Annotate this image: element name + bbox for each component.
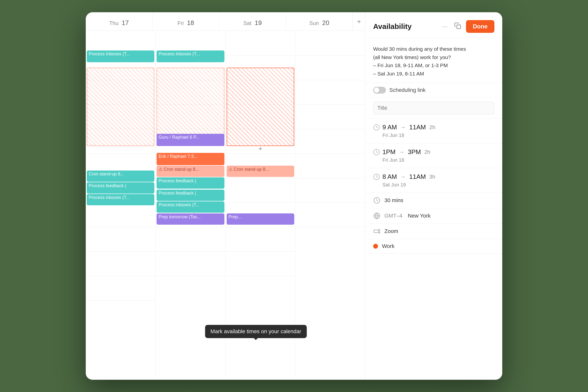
svg-rect-7: [374, 230, 378, 233]
event-process-inboxes-fri2[interactable]: Process inboxes (T...: [156, 202, 224, 213]
duration-icon: [373, 197, 380, 204]
slot-1-arrow: →: [400, 124, 406, 130]
event-cron-standup-fri[interactable]: ⚠ Cron stand-up 8...: [156, 166, 224, 177]
event-prep-sat[interactable]: Prep...: [226, 214, 294, 225]
svg-marker-8: [378, 229, 380, 233]
day-name-fri: Fri: [178, 20, 184, 26]
slot-3-date: Sat Jun 19: [373, 182, 494, 188]
event-process-feedback-fri2[interactable]: Process feedback (: [156, 190, 224, 201]
title-input[interactable]: [373, 102, 494, 114]
video-row: Zoom: [365, 224, 502, 239]
day-num-thu: 17: [122, 19, 129, 26]
day-num-fri: 18: [187, 19, 194, 26]
col-header-thu: Thu 17: [86, 12, 153, 30]
panel-menu-button[interactable]: ···: [440, 22, 449, 31]
slot-1-date: Fri Jun 18: [373, 132, 494, 138]
event-process-feedback-thu[interactable]: Process feedback (: [87, 182, 154, 194]
add-event-button[interactable]: +: [353, 12, 365, 30]
timezone-row: GMT–4 New York: [365, 208, 502, 224]
timezone-city: New York: [408, 213, 430, 219]
svg-rect-0: [457, 25, 460, 29]
cal-col-fri: Process Inboxes (T... Guru / Raphael 6 P…: [156, 31, 226, 376]
globe-icon: [373, 212, 380, 220]
panel-copy-button[interactable]: [452, 21, 463, 32]
scheduling-link-label: Scheduling link: [389, 87, 426, 93]
day-name-sun: Sun: [310, 20, 319, 26]
done-button[interactable]: Done: [466, 20, 494, 33]
slot-3-start: 8 AM: [382, 173, 397, 180]
slot-2-start: 1PM: [382, 148, 396, 156]
panel-title: Availability: [373, 22, 438, 30]
duration-row: 30 mins: [365, 193, 502, 208]
availability-message: Would 30 mins during any of these times(…: [365, 38, 502, 83]
cal-col-thu: Process Inboxes (T... Cron stand-up 8...…: [86, 31, 156, 376]
hatch-sat[interactable]: [226, 68, 294, 146]
time-slot-3: 8 AM → 11AM 3h Sat Jun 19: [365, 168, 502, 193]
col-header-fri: Fri 18: [153, 12, 220, 30]
panel-side: Availability ··· Done Would 30 mins duri…: [365, 12, 502, 380]
toggle-knob: [374, 88, 379, 93]
slot-2-arrow: →: [399, 149, 404, 155]
cal-grid-sun: [296, 31, 365, 376]
scheduling-link-toggle[interactable]: [373, 87, 386, 94]
cal-col-sat: ⚠ Cron stand-up 8... Prep... +: [226, 31, 296, 376]
app-window: Thu 17 Fri 18 Sat 19 Sun 20 +: [86, 12, 502, 380]
event-process-inboxes-fri[interactable]: Process Inboxes (T...: [156, 50, 224, 62]
slot-2-duration: 2h: [424, 149, 430, 155]
event-cron-standup-sat[interactable]: ⚠ Cron stand-up 8...: [226, 166, 294, 177]
title-input-row: [365, 98, 502, 118]
work-text: Work: [382, 243, 394, 250]
event-cron-standup-thu[interactable]: Cron stand-up 8...: [87, 170, 154, 182]
event-process-inboxes-thu[interactable]: Process Inboxes (T...: [87, 50, 154, 62]
day-num-sat: 19: [254, 19, 262, 26]
availability-text: Would 30 mins during any of these times(…: [373, 46, 466, 76]
day-num-sun: 20: [322, 19, 329, 26]
slot-3-arrow: →: [400, 174, 406, 180]
slot-1-duration: 2h: [429, 124, 435, 130]
hatch-thu[interactable]: [87, 68, 154, 146]
clock-icon-2: [373, 149, 380, 156]
work-dot-icon: [373, 244, 378, 249]
slot-1-start: 9 AM: [382, 124, 397, 131]
event-process-inboxes-thu2[interactable]: Process inboxes (T...: [87, 194, 154, 205]
calendar-body: Process Inboxes (T... Cron stand-up 8...…: [86, 31, 365, 376]
duration-text: 30 mins: [384, 197, 403, 204]
event-guru-raphael[interactable]: Guru / Raphael 6 P...: [156, 134, 224, 146]
cross-cursor: +: [258, 145, 262, 153]
time-slot-2-row: 1PM → 3PM 2h: [373, 148, 494, 156]
timezone-label: GMT–4: [384, 213, 402, 219]
video-icon: [373, 228, 380, 235]
day-name-thu: Thu: [109, 20, 118, 26]
event-process-feedback-fri[interactable]: Process feedback (: [156, 178, 224, 189]
calendar-header: Thu 17 Fri 18 Sat 19 Sun 20 +: [86, 12, 365, 31]
panel-body: Would 30 mins during any of these times(…: [365, 38, 502, 380]
clock-icon-3: [373, 174, 380, 180]
calendar-side: Thu 17 Fri 18 Sat 19 Sun 20 +: [86, 12, 365, 380]
time-slot-1-row: 9 AM → 11AM 2h: [373, 124, 494, 131]
event-erik-raphael[interactable]: Erik / Raphael 7:3...: [156, 153, 224, 165]
day-name-sat: Sat: [243, 20, 251, 26]
col-header-sun: Sun 20: [286, 12, 353, 30]
panel-header: Availability ··· Done: [365, 12, 502, 38]
time-slot-1: 9 AM → 11AM 2h Fri Jun 18: [365, 118, 502, 143]
slot-3-end: 11AM: [409, 173, 426, 180]
slot-3-duration: 3h: [429, 174, 435, 180]
event-prep-tomorrow-fri[interactable]: Prep tomorrow (Tas...: [156, 214, 224, 225]
col-header-sat: Sat 19: [219, 12, 286, 30]
time-slot-3-row: 8 AM → 11AM 3h: [373, 173, 494, 180]
video-text: Zoom: [384, 228, 398, 234]
clock-icon-1: [373, 124, 380, 131]
slot-1-end: 11AM: [409, 124, 426, 131]
slot-2-date: Fri Jun 18: [373, 157, 494, 163]
slot-2-end: 3PM: [408, 148, 421, 156]
tooltip: Mark available times on your calendar: [205, 325, 307, 338]
cal-col-sun: [296, 31, 365, 376]
work-row: Work: [365, 239, 502, 254]
scheduling-link-row: Scheduling link: [365, 83, 502, 98]
time-slot-2: 1PM → 3PM 2h Fri Jun 18: [365, 143, 502, 168]
